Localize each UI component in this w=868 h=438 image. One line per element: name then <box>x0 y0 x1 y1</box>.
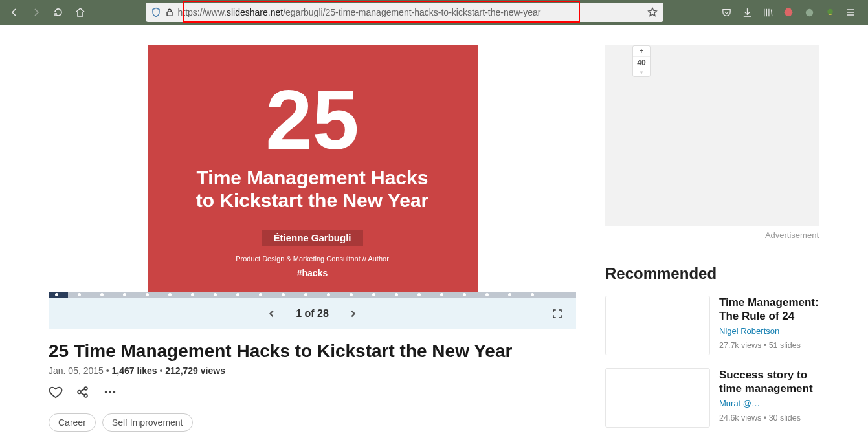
slide-role: Product Design & Marketing Consultant //… <box>236 255 389 263</box>
svg-point-7 <box>109 391 111 393</box>
action-row <box>49 385 576 399</box>
upvote-count: 40 <box>633 57 650 69</box>
pager-text: 1 of 28 <box>296 308 329 320</box>
recommended-heading: Recommended <box>605 265 819 283</box>
forward-button[interactable] <box>27 3 45 21</box>
more-button[interactable] <box>103 385 117 399</box>
star-icon[interactable] <box>647 6 658 18</box>
nav-icons <box>5 3 89 21</box>
recommended-item[interactable]: Success story to time management Murat @… <box>605 368 819 428</box>
svg-point-6 <box>105 391 107 393</box>
reload-button[interactable] <box>49 3 67 21</box>
rec-info: Time Management: The Rule of 24 Nigel Ro… <box>719 296 819 355</box>
rec-stats: 24.6k views • 30 slides <box>719 413 819 422</box>
slide-hashtag: #hacks <box>297 268 328 278</box>
upvote-widget: + 40 ▼ <box>632 45 651 77</box>
page-meta: Jan. 05, 2015 • 1,467 likes • 212,729 vi… <box>49 366 576 376</box>
slide-pager: 1 of 28 <box>49 298 576 329</box>
pocket-icon[interactable] <box>719 5 733 19</box>
downvote-button[interactable]: ▼ <box>633 69 650 76</box>
rec-title: Time Management: The Rule of 24 <box>719 296 819 323</box>
browser-toolbar: https://www.slideshare.net/egarbugli/25-… <box>0 0 868 25</box>
page-content: 25 Time Management Hacks to Kickstart th… <box>0 25 868 438</box>
prev-slide-button[interactable] <box>267 309 276 318</box>
svg-point-8 <box>113 391 116 393</box>
url-bar-wrap: https://www.slideshare.net/egarbugli/25-… <box>92 3 717 22</box>
library-icon[interactable] <box>761 5 775 19</box>
share-button[interactable] <box>76 385 90 399</box>
like-button[interactable] <box>49 385 63 399</box>
slide-subtitle: Time Management Hacks to Kickstart the N… <box>196 167 429 212</box>
slide-number: 25 <box>265 78 359 162</box>
adblock-icon[interactable] <box>781 5 796 19</box>
slide-viewer[interactable]: 25 Time Management Hacks to Kickstart th… <box>148 45 478 293</box>
ad-label: Advertisement <box>605 230 819 240</box>
page-title: 25 Time Management Hacks to Kickstart th… <box>49 341 576 362</box>
url-highlight-box <box>183 1 580 23</box>
upvote-button[interactable]: + <box>633 46 650 57</box>
rec-thumbnail <box>605 368 710 428</box>
tag-self-improvement[interactable]: Self Improvement <box>102 413 193 432</box>
rec-info: Success story to time management Murat @… <box>719 368 819 428</box>
rec-author: Nigel Robertson <box>719 326 819 336</box>
main-column: 25 Time Management Hacks to Kickstart th… <box>49 38 576 432</box>
recommended-item[interactable]: Time Management: The Rule of 24 Nigel Ro… <box>605 296 819 355</box>
back-button[interactable] <box>5 3 23 21</box>
next-slide-button[interactable] <box>348 309 357 318</box>
svg-point-1 <box>805 8 812 16</box>
rec-stats: 27.7k views • 51 slides <box>719 341 819 350</box>
fullscreen-button[interactable] <box>551 308 563 320</box>
lock-icon <box>165 8 174 17</box>
extension-icon[interactable] <box>802 5 816 19</box>
hamburger-icon[interactable] <box>843 5 858 19</box>
url-bar[interactable]: https://www.slideshare.net/egarbugli/25-… <box>146 3 663 22</box>
shield-icon <box>151 7 161 17</box>
slide-author: Étienne Garbugli <box>262 230 362 246</box>
toolbar-right-icons <box>719 5 863 19</box>
tags-row: Career Self Improvement <box>49 413 576 432</box>
download-icon[interactable] <box>740 5 754 19</box>
idm-icon[interactable] <box>823 5 837 19</box>
home-button[interactable] <box>71 3 89 21</box>
rec-thumbnail <box>605 296 710 355</box>
tag-career[interactable]: Career <box>49 413 96 432</box>
right-column: Advertisement Recommended Time Managemen… <box>605 38 819 432</box>
svg-rect-0 <box>167 12 172 16</box>
slide-thumbnails-strip[interactable] <box>49 292 576 298</box>
slide-area: 25 Time Management Hacks to Kickstart th… <box>49 38 576 293</box>
rec-title: Success story to time management <box>719 368 819 396</box>
rec-author: Murat @… <box>719 399 819 408</box>
